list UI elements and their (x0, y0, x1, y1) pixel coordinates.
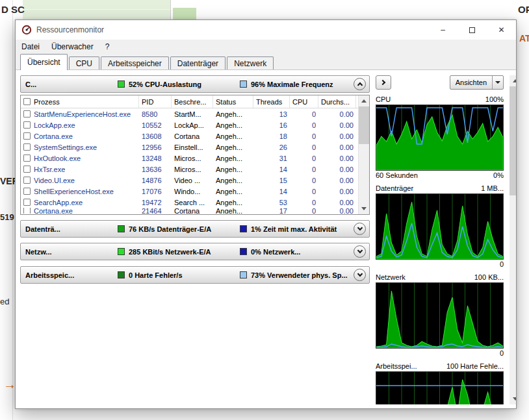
page-divider-line (12, 0, 13, 420)
table-row[interactable]: SearchApp.exe19472Search ...Angeh...5300… (21, 197, 358, 208)
minimize-button[interactable]: – (428, 20, 458, 40)
cell-desc: Search ... (172, 199, 213, 206)
row-checkbox[interactable] (23, 208, 31, 214)
scroll-up-button[interactable] (510, 75, 516, 86)
cell-status: Angeh... (213, 110, 253, 118)
tab-uebersicht[interactable]: Übersicht (20, 54, 68, 70)
memory-chart (376, 371, 504, 404)
cell-name: SearchApp.exe (21, 199, 139, 206)
disk-chart (376, 193, 504, 260)
cell-desc: StartM... (172, 110, 213, 118)
cell-status: Angeh... (213, 154, 253, 162)
scroll-down-button[interactable] (510, 393, 516, 404)
select-all-checkbox[interactable] (23, 98, 31, 105)
cell-status: Angeh... (213, 166, 253, 173)
table-row[interactable]: Video.UI.exe14876Video ...Angeh...1500.0… (21, 175, 358, 186)
cpu-section-header[interactable]: C... 52% CPU-Auslastung 96% Maximale Fre… (20, 75, 370, 93)
cell-threads: 18 (253, 132, 290, 140)
close-button[interactable]: ✕ (487, 20, 516, 40)
cell-cpu: 0 (290, 177, 318, 184)
memory-section-header[interactable]: Arbeitsspeic... 0 Harte Fehler/s 73% Ver… (20, 266, 370, 284)
cell-avg: 0.00 (318, 110, 356, 118)
scroll-up-button[interactable] (359, 95, 369, 106)
header-pid[interactable]: PID (139, 95, 172, 108)
views-button-label: Ansichten (450, 79, 492, 86)
chart-max: 100% (485, 95, 504, 103)
disk-section-header[interactable]: Datenträ... 76 KB/s Datenträger-E/A 1% Z… (20, 220, 370, 238)
cpu-collapse-button[interactable] (354, 78, 366, 90)
network-expand-button[interactable] (354, 245, 366, 258)
row-checkbox[interactable] (23, 188, 31, 195)
menubar: Datei Überwacher ? (16, 40, 516, 54)
window-scrollbar-thumb[interactable] (510, 86, 516, 195)
memory-expand-button[interactable] (354, 269, 366, 281)
header-status[interactable]: Status (213, 95, 253, 108)
row-checkbox[interactable] (23, 166, 31, 173)
disk-expand-button[interactable] (354, 223, 366, 235)
table-row[interactable]: Cortana.exe13608CortanaAngeh...1800.00 (21, 130, 358, 142)
row-checkbox[interactable] (23, 143, 31, 151)
scroll-down-button[interactable] (359, 203, 369, 214)
maximize-button[interactable] (458, 20, 487, 40)
row-checkbox[interactable] (23, 199, 31, 206)
table-row[interactable]: HxTsr.exe13636Micros...Angeh...1400.00 (21, 164, 358, 175)
table-scrollbar-thumb[interactable] (359, 106, 369, 144)
chart-title: Netzwerk (376, 273, 406, 281)
table-row[interactable]: Cortana.exe21464CortanaAngeh...1700.00 (21, 208, 358, 214)
cell-cpu: 0 (290, 121, 318, 129)
cell-name: Video.UI.exe (21, 177, 139, 184)
header-beschreibung[interactable]: Beschre... (172, 95, 213, 108)
background-green-cell (173, 8, 196, 19)
cell-pid: 10552 (139, 121, 172, 129)
collapse-graphs-button[interactable] (376, 75, 391, 90)
scroll-down-icon (513, 397, 517, 401)
cell-desc: Einstell... (172, 143, 213, 151)
cell-avg: 0.00 (318, 177, 356, 184)
cell-avg: 0.00 (318, 143, 356, 151)
row-checkbox[interactable] (23, 132, 31, 140)
cell-threads: 15 (253, 177, 290, 184)
network-section-header[interactable]: Netzw... 285 KBit/s Netzwerk-E/A 0% Netz… (20, 243, 370, 260)
cell-status: Angeh... (213, 208, 253, 214)
row-checkbox[interactable] (23, 154, 31, 162)
window-scrollbar[interactable] (510, 75, 516, 404)
views-dropdown-arrow[interactable] (492, 76, 503, 89)
cell-threads: 14 (253, 166, 290, 173)
cell-status: Angeh... (213, 143, 253, 151)
header-cpu[interactable]: CPU (290, 95, 318, 108)
cell-pid: 21464 (139, 208, 172, 214)
tab-arbeitsspeicher[interactable]: Arbeitsspeicher (101, 56, 169, 70)
table-row[interactable]: SystemSettings.exe12956Einstell...Angeh.… (21, 142, 358, 153)
table-row[interactable]: ShellExperienceHost.exe17076Windo...Ange… (21, 186, 358, 197)
cell-desc: Cortana (172, 132, 213, 140)
table-row[interactable]: LockApp.exe10552LockAp...Angeh...1600.00 (21, 119, 358, 130)
chevron-down-icon (495, 81, 500, 84)
views-button[interactable]: Ansichten (450, 75, 504, 90)
cell-pid: 17076 (139, 188, 172, 195)
menu-datei[interactable]: Datei (16, 42, 45, 51)
tab-cpu[interactable]: CPU (69, 56, 99, 70)
row-checkbox[interactable] (23, 177, 31, 184)
cell-avg: 0.00 (318, 121, 356, 129)
network-chart (376, 282, 504, 349)
left-column: C... 52% CPU-Auslastung 96% Maximale Fre… (20, 75, 370, 404)
row-checkbox[interactable] (23, 121, 31, 129)
cell-pid: 13248 (139, 154, 172, 162)
network-chart-label: Netzwerk 100 KB... (376, 273, 504, 281)
menu-ueberwacher[interactable]: Überwacher (45, 42, 99, 51)
background-text-fragment: D SC (1, 4, 25, 15)
header-durchschnitt[interactable]: Durchs... (318, 95, 356, 108)
cell-pid: 14876 (139, 177, 172, 184)
table-row[interactable]: StartMenuExperienceHost.exe8580StartM...… (21, 108, 358, 119)
header-threads[interactable]: Threads (253, 95, 290, 108)
table-row[interactable]: HxOutlook.exe13248Micros...Angeh...3100.… (21, 153, 358, 164)
menu-help[interactable]: ? (99, 42, 116, 51)
header-prozess[interactable]: Prozess (21, 95, 139, 108)
tab-netzwerk[interactable]: Netzwerk (227, 56, 274, 70)
background-text-fragment: 519 (0, 212, 14, 222)
disk-io-chip (118, 225, 125, 232)
tab-datentraeger[interactable]: Datenträger (170, 56, 226, 70)
table-scrollbar[interactable] (358, 95, 369, 214)
row-checkbox[interactable] (23, 110, 31, 117)
titlebar[interactable]: Ressourcenmonitor – ✕ (16, 20, 516, 40)
